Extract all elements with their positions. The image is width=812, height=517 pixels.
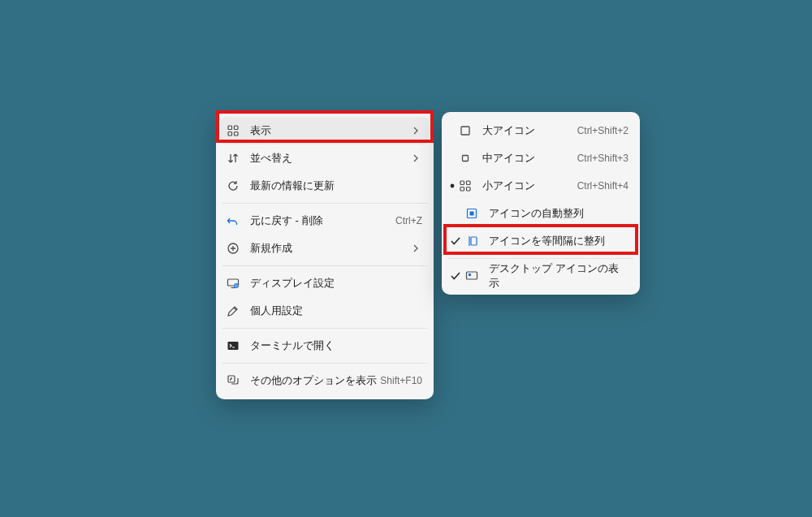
svg-rect-12 — [460, 181, 464, 185]
desktop-context-menu: 表示 並べ替え 最新の情報に更新 — [216, 112, 434, 399]
menu-item-label: 並べ替え — [250, 151, 409, 166]
svg-rect-7 — [228, 342, 239, 350]
submenu-item-auto-arrange[interactable]: アイコンの自動整列 — [447, 200, 635, 227]
menu-item-shortcut: Ctrl+Shift+4 — [577, 180, 628, 192]
menu-item-label: 最新の情報に更新 — [250, 179, 422, 193]
personalize-icon — [226, 304, 240, 318]
menu-item-label: アイコンの自動整列 — [489, 206, 628, 221]
svg-rect-0 — [228, 126, 232, 130]
sort-icon — [226, 151, 240, 166]
menu-item-shortcut: Shift+F10 — [380, 375, 422, 386]
chevron-right-icon — [409, 154, 422, 162]
svg-rect-10 — [463, 156, 469, 162]
undo-icon — [226, 213, 240, 228]
menu-separator — [222, 265, 427, 266]
terminal-icon — [226, 338, 240, 353]
menu-item-more-options[interactable]: その他のオプションを表示 Shift+F10 — [221, 367, 429, 394]
menu-item-sort[interactable]: 並べ替え — [221, 144, 429, 172]
submenu-item-medium-icons[interactable]: 中アイコン Ctrl+Shift+3 — [447, 144, 635, 172]
check-indicator — [447, 270, 464, 282]
menu-item-label: 表示 — [250, 123, 409, 138]
more-options-icon — [226, 373, 240, 388]
submenu-item-show-desktop-icons[interactable]: デスクトップ アイコンの表示 — [447, 262, 635, 290]
menu-item-view[interactable]: 表示 — [221, 117, 429, 144]
menu-item-label: 新規作成 — [250, 241, 409, 256]
new-icon — [226, 241, 240, 256]
svg-rect-9 — [461, 127, 469, 135]
submenu-item-small-icons[interactable]: 小アイコン Ctrl+Shift+4 — [447, 172, 635, 200]
menu-item-label: 個人用設定 — [250, 304, 422, 318]
menu-item-label: 元に戻す - 削除 — [250, 213, 395, 228]
svg-rect-19 — [467, 272, 477, 279]
menu-item-shortcut: Ctrl+Z — [395, 215, 422, 226]
menu-item-refresh[interactable]: 最新の情報に更新 — [221, 172, 429, 200]
menu-separator — [448, 258, 633, 259]
svg-rect-1 — [235, 126, 239, 130]
chevron-right-icon — [409, 127, 422, 135]
display-icon — [226, 276, 240, 291]
menu-item-personalize[interactable]: 個人用設定 — [221, 297, 429, 325]
menu-item-shortcut: Ctrl+Shift+2 — [577, 125, 628, 136]
svg-rect-3 — [235, 132, 239, 136]
svg-rect-14 — [460, 187, 464, 192]
menu-item-shortcut: Ctrl+Shift+3 — [577, 153, 628, 164]
menu-separator — [222, 328, 427, 329]
menu-item-undo[interactable]: 元に戻す - 削除 Ctrl+Z — [221, 207, 429, 235]
check-indicator — [447, 235, 464, 247]
menu-item-label: ターミナルで開く — [250, 338, 422, 353]
svg-rect-2 — [228, 132, 232, 136]
align-grid-icon — [464, 234, 479, 248]
svg-rect-20 — [469, 274, 471, 276]
medium-icons-icon — [458, 151, 473, 166]
svg-rect-18 — [471, 237, 477, 245]
desktop-icons-icon — [464, 269, 479, 283]
submenu-item-align-to-grid[interactable]: アイコンを等間隔に整列 — [447, 227, 635, 255]
refresh-icon — [226, 179, 240, 193]
menu-item-label: アイコンを等間隔に整列 — [489, 234, 628, 248]
menu-item-label: 大アイコン — [482, 123, 577, 138]
svg-rect-15 — [467, 187, 471, 192]
menu-item-terminal[interactable]: ターミナルで開く — [221, 332, 429, 360]
menu-item-new[interactable]: 新規作成 — [221, 235, 429, 262]
auto-arrange-icon — [464, 206, 479, 221]
svg-rect-13 — [467, 181, 471, 185]
submenu-item-large-icons[interactable]: 大アイコン Ctrl+Shift+2 — [447, 117, 635, 144]
large-icons-icon — [458, 123, 473, 138]
menu-item-label: デスクトップ アイコンの表示 — [489, 261, 628, 291]
view-submenu: 大アイコン Ctrl+Shift+2 中アイコン Ctrl+Shift+3 小ア… — [442, 112, 640, 295]
view-icon — [226, 123, 240, 138]
menu-item-label: その他のオプションを表示 — [250, 373, 380, 388]
svg-point-11 — [451, 184, 455, 188]
small-icons-icon — [458, 179, 473, 193]
radio-indicator — [447, 183, 458, 188]
chevron-right-icon — [409, 244, 422, 252]
menu-separator — [222, 203, 427, 204]
menu-item-display-settings[interactable]: ディスプレイ設定 — [221, 269, 429, 297]
menu-item-label: ディスプレイ設定 — [250, 276, 422, 291]
menu-separator — [222, 363, 427, 364]
menu-item-label: 小アイコン — [482, 179, 577, 193]
svg-rect-17 — [470, 212, 474, 216]
menu-item-label: 中アイコン — [482, 151, 577, 166]
